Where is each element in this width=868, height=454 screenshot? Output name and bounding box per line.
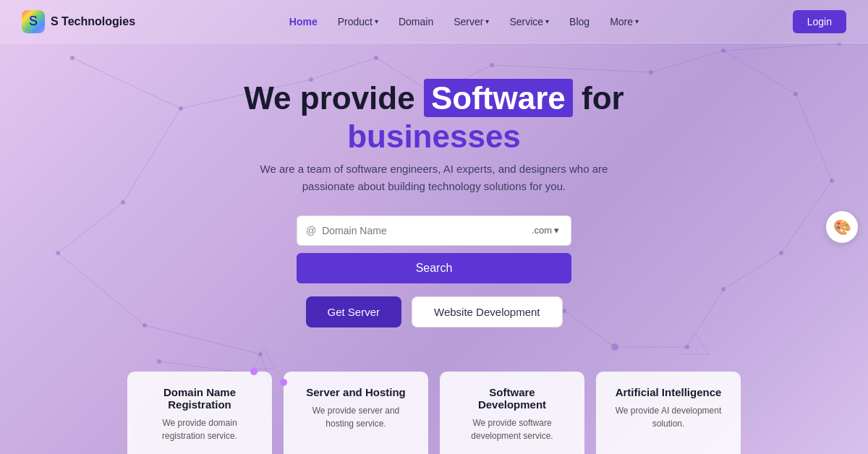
at-icon: @	[306, 225, 316, 236]
nav-item-product[interactable]: Product ▾	[329, 12, 387, 32]
hero-section: We provide Software for businesses We ar…	[0, 43, 868, 349]
nav-item-blog[interactable]: Blog	[561, 12, 598, 32]
hero-title-highlight: Software	[424, 79, 573, 117]
chevron-down-icon: ▾	[485, 17, 489, 25]
hero-title: We provide Software for businesses	[244, 80, 624, 156]
chevron-down-icon: ▾	[554, 225, 559, 236]
hero-subtitle: We are a team of software engineers, AI …	[246, 160, 622, 195]
chevron-down-icon: ▾	[545, 17, 549, 25]
card-title-server: Server and Hosting	[298, 386, 414, 398]
cta-buttons: Get Server Website Development	[306, 296, 563, 327]
hero-title-line2: businesses	[244, 118, 624, 156]
search-button[interactable]: Search	[297, 253, 571, 283]
chevron-down-icon: ▾	[375, 17, 378, 25]
get-server-button[interactable]: Get Server	[306, 296, 402, 327]
svg-point-27	[258, 352, 263, 356]
nav-item-service[interactable]: Service ▾	[501, 12, 558, 32]
card-title-ai: Artificial Intelligence	[610, 386, 726, 398]
brand-logo-icon: S	[22, 10, 45, 33]
domain-search-input[interactable]	[322, 225, 523, 236]
card-dot-icon	[250, 368, 258, 375]
tld-selector[interactable]: .com ▾	[529, 223, 562, 237]
card-desc-ai: We provide AI development solution.	[610, 404, 726, 430]
palette-button[interactable]: 🎨	[826, 211, 858, 243]
palette-icon: 🎨	[833, 218, 851, 236]
service-card-ai: Artificial Intelligence We provide AI de…	[596, 372, 741, 454]
service-card-domain: Domain Name Registration We provide doma…	[127, 372, 272, 454]
search-input-container: @ .com ▾	[297, 215, 571, 246]
card-desc-domain: We provide domain registration service.	[142, 416, 258, 442]
navbar: S S Technologies Home Product ▾ Domain S…	[0, 0, 868, 43]
svg-marker-45	[253, 347, 275, 369]
brand-logo-link[interactable]: S S Technologies	[22, 10, 135, 33]
service-cards-row: Domain Name Registration We provide doma…	[0, 372, 868, 454]
brand-name: S Technologies	[51, 15, 135, 28]
card-dot-icon	[280, 379, 287, 386]
service-card-server: Server and Hosting We provide server and…	[284, 372, 428, 454]
nav-item-domain[interactable]: Domain	[390, 12, 442, 32]
website-dev-button[interactable]: Website Development	[412, 296, 562, 327]
nav-item-server[interactable]: Server ▾	[445, 12, 498, 32]
nav-item-more[interactable]: More ▾	[601, 12, 647, 32]
search-area: @ .com ▾ Search	[297, 215, 571, 283]
service-card-software: Software Development We provide software…	[440, 372, 584, 454]
card-desc-server: We provide server and hosting service.	[298, 404, 414, 430]
nav-menu: Home Product ▾ Domain Server ▾ Service ▾…	[281, 12, 647, 32]
svg-point-29	[157, 359, 161, 364]
login-button[interactable]: Login	[793, 10, 846, 33]
card-desc-software: We provide software development service.	[454, 416, 570, 442]
card-title-software: Software Development	[454, 386, 570, 411]
nav-item-home[interactable]: Home	[281, 12, 326, 32]
card-title-domain: Domain Name Registration	[142, 386, 258, 411]
chevron-down-icon: ▾	[635, 17, 639, 25]
